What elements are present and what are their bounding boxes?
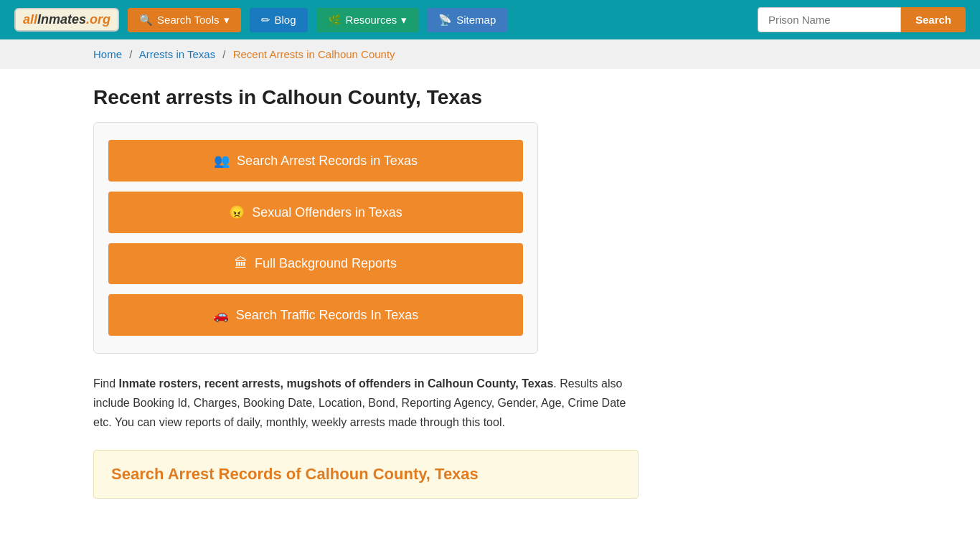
breadcrumb-home[interactable]: Home (93, 48, 122, 60)
sexual-offenders-label: Sexual Offenders in Texas (252, 205, 402, 220)
nav-search-tools-label: Search Tools (157, 14, 219, 26)
traffic-records-button[interactable]: 🚗 Search Traffic Records In Texas (108, 294, 523, 336)
nav-search-tools[interactable]: 🔍 Search Tools ▾ (128, 8, 240, 32)
search-tools-icon: 🔍 (139, 14, 153, 27)
breadcrumb-current: Recent Arrests in Calhoun County (233, 48, 395, 60)
search-arrest-records-button[interactable]: 👥 Search Arrest Records in Texas (108, 140, 523, 182)
people-icon: 👥 (214, 153, 230, 169)
header-search: Search (758, 7, 966, 32)
nav-resources[interactable]: 🌿 Resources ▾ (316, 8, 419, 32)
chevron-down-icon: ▾ (224, 14, 230, 27)
search-section-title: Search Arrest Records of Calhoun County,… (111, 465, 621, 484)
car-icon: 🚗 (213, 307, 229, 323)
logo-nmates: nmates (41, 12, 86, 27)
building-icon: 🏛 (235, 256, 248, 271)
breadcrumb: Home / Arrests in Texas / Recent Arrests… (0, 39, 980, 69)
background-reports-label: Full Background Reports (255, 256, 397, 271)
logo-all: all (23, 12, 37, 27)
page-title: Recent arrests in Calhoun County, Texas (93, 86, 887, 109)
prison-search-button[interactable]: Search (901, 7, 966, 32)
background-reports-button[interactable]: 🏛 Full Background Reports (108, 243, 523, 284)
sitemap-icon: 📡 (438, 14, 452, 27)
search-arrest-label: Search Arrest Records in Texas (237, 154, 418, 169)
nav-sitemap-label: Sitemap (456, 14, 496, 26)
site-header: allInmates.org 🔍 Search Tools ▾ ✏ Blog 🌿… (0, 0, 980, 39)
nav-sitemap[interactable]: 📡 Sitemap (427, 8, 507, 32)
resources-icon: 🌿 (328, 14, 341, 27)
nav-blog[interactable]: ✏ Blog (250, 8, 308, 32)
action-button-box: 👥 Search Arrest Records in Texas 😠 Sexua… (93, 122, 538, 354)
logo-dot-org: .org (86, 12, 110, 27)
breadcrumb-sep-2: / (222, 48, 225, 60)
nav-resources-label: Resources (346, 14, 397, 26)
search-section: Search Arrest Records of Calhoun County,… (93, 450, 639, 499)
description-find: Find (93, 377, 119, 390)
main-content: Recent arrests in Calhoun County, Texas … (0, 69, 980, 516)
breadcrumb-sep-1: / (129, 48, 132, 60)
description-text: Find Inmate rosters, recent arrests, mug… (93, 374, 639, 433)
resources-chevron-icon: ▾ (401, 14, 407, 27)
nav-blog-label: Blog (275, 14, 296, 26)
site-logo[interactable]: allInmates.org (14, 8, 119, 32)
angry-icon: 😠 (229, 204, 245, 220)
prison-search-input[interactable] (758, 7, 901, 32)
blog-icon: ✏ (261, 14, 270, 27)
breadcrumb-arrests-texas[interactable]: Arrests in Texas (139, 48, 215, 60)
description-bold: Inmate rosters, recent arrests, mugshots… (119, 377, 554, 390)
sexual-offenders-button[interactable]: 😠 Sexual Offenders in Texas (108, 192, 523, 233)
traffic-records-label: Search Traffic Records In Texas (236, 308, 418, 323)
